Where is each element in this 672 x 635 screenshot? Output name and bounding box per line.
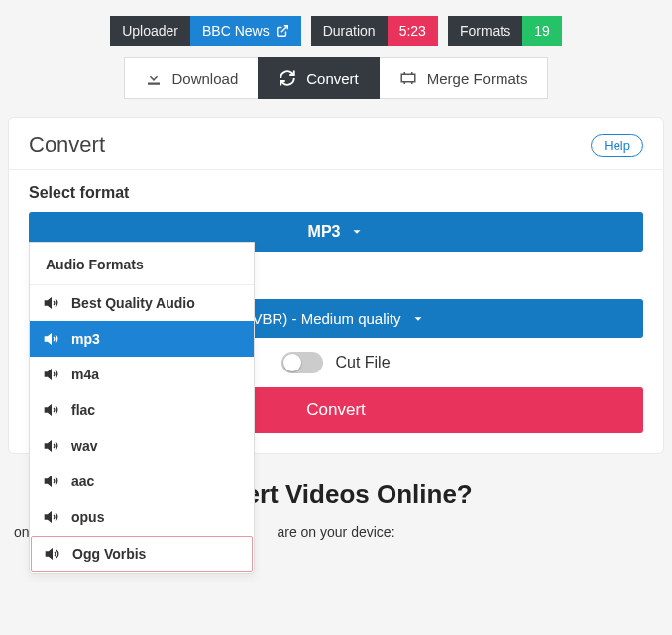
dropdown-item-label: aac [71, 474, 94, 489]
tab-merge-label: Merge Formats [427, 70, 528, 87]
dropdown-item-wav[interactable]: wav [30, 428, 254, 464]
chevron-down-icon [411, 312, 425, 326]
uploader-badge: Uploader BBC News [110, 16, 301, 46]
dropdown-item-label: mp3 [71, 331, 100, 347]
dropdown-item-label: m4a [71, 367, 99, 382]
dropdown-item-label: flac [71, 402, 95, 418]
tab-download-label: Download [172, 70, 239, 87]
dropdown-item-flac[interactable]: flac [30, 392, 254, 428]
download-icon [145, 69, 163, 87]
dropdown-item-ogg-vorbis[interactable]: Ogg Vorbis [31, 536, 253, 572]
audio-icon [44, 438, 59, 454]
formats-badge: Formats 19 [448, 16, 562, 46]
format-selected-text: MP3 [308, 223, 341, 241]
uploader-value-link[interactable]: BBC News [190, 16, 301, 46]
main-tabs: Download Convert Merge Formats [0, 57, 672, 117]
convert-card: Convert Help Select format MP3 (VBR) - M… [8, 117, 664, 454]
audio-icon [44, 295, 59, 311]
audio-icon [44, 402, 59, 418]
dropdown-item-mp3[interactable]: mp3 [30, 321, 254, 357]
subline-text: are on your device: [277, 524, 394, 540]
dropdown-item-best-quality-audio[interactable]: Best Quality Audio [30, 285, 254, 321]
card-body: Select format MP3 (VBR) - Medium quality… [9, 170, 663, 453]
dropdown-header: Audio Formats [30, 243, 254, 285]
cut-file-toggle[interactable] [281, 352, 323, 373]
external-link-icon [276, 24, 289, 38]
svg-rect-0 [148, 83, 160, 85]
tab-download[interactable]: Download [124, 57, 259, 99]
merge-icon [399, 69, 417, 87]
svg-rect-1 [401, 74, 415, 82]
dropdown-item-label: opus [71, 509, 104, 525]
uploader-value-text: BBC News [202, 23, 270, 39]
format-dropdown: Audio Formats Best Quality Audiomp3m4afl… [29, 242, 255, 574]
audio-icon [44, 331, 59, 347]
select-format-label: Select format [29, 184, 643, 202]
help-button[interactable]: Help [591, 134, 643, 157]
audio-icon [45, 546, 60, 562]
chevron-down-icon [350, 225, 364, 239]
uploader-label: Uploader [110, 16, 190, 46]
tab-convert[interactable]: Convert [258, 57, 380, 99]
formats-label: Formats [448, 16, 522, 46]
duration-value: 5:23 [388, 16, 438, 46]
subline-prefix: on [14, 524, 30, 540]
audio-icon [44, 367, 59, 382]
duration-label: Duration [311, 16, 388, 46]
dropdown-item-aac[interactable]: aac [30, 464, 254, 499]
dropdown-item-label: Ogg Vorbis [72, 546, 146, 562]
dropdown-item-label: wav [71, 438, 97, 454]
card-title: Convert [29, 132, 105, 158]
dropdown-item-m4a[interactable]: m4a [30, 357, 254, 392]
info-badges: Uploader BBC News Duration 5:23 Formats … [0, 0, 672, 57]
refresh-icon [279, 69, 296, 87]
quality-selected-text: (VBR) - Medium quality [247, 310, 400, 327]
dropdown-item-opus[interactable]: opus [30, 499, 254, 535]
tab-merge[interactable]: Merge Formats [380, 57, 549, 99]
cut-file-label: Cut File [335, 354, 390, 371]
tab-convert-label: Convert [306, 70, 359, 87]
dropdown-item-label: Best Quality Audio [71, 295, 195, 311]
audio-icon [44, 509, 59, 525]
formats-value: 19 [522, 16, 562, 46]
audio-icon [44, 474, 59, 489]
duration-badge: Duration 5:23 [311, 16, 438, 46]
card-header: Convert Help [9, 118, 663, 170]
